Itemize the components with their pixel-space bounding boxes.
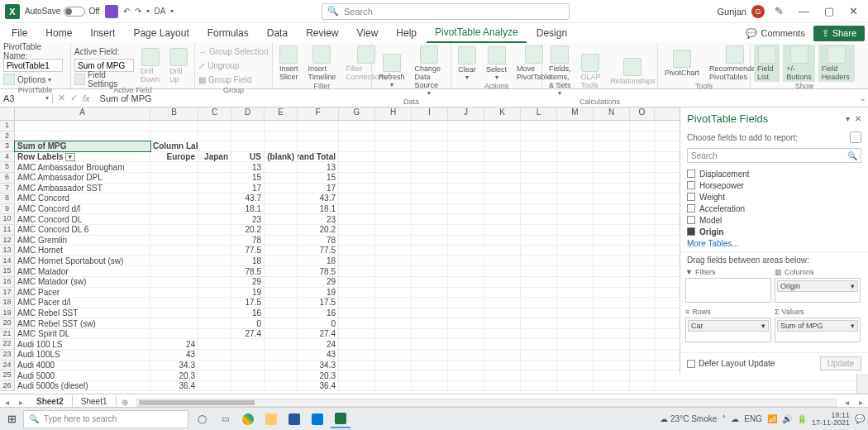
cell-L18[interactable] [521,298,557,308]
cell-B4[interactable]: Europe [150,152,198,162]
cell-H6[interactable] [375,173,412,183]
cell-B16[interactable] [150,277,198,287]
cell-K1[interactable] [484,121,521,131]
cell-K21[interactable] [484,329,521,339]
cell-O2[interactable] [630,131,655,141]
cell-H13[interactable] [375,246,412,256]
cell-I14[interactable] [412,256,448,266]
cell-C24[interactable] [198,361,231,370]
cell-K11[interactable] [484,225,521,235]
cell-N7[interactable] [594,184,630,194]
cell-O14[interactable] [630,256,655,266]
cell-G23[interactable] [339,350,375,360]
cell-O20[interactable] [630,318,655,328]
cell-I16[interactable] [412,277,448,287]
cell-D20[interactable]: 0 [231,318,265,328]
cell-N13[interactable] [594,246,630,256]
cell-J6[interactable] [448,173,484,183]
cell-N4[interactable] [594,152,630,162]
cell-L6[interactable] [521,173,557,183]
account-name[interactable]: Gunjan [718,7,746,17]
cell-N20[interactable] [594,318,630,328]
insert-timeline-button[interactable]: Insert Timeline [308,64,336,81]
cell-B7[interactable] [150,184,198,194]
cell-L8[interactable] [521,194,557,203]
row-header-7[interactable]: 7 [0,184,15,194]
cell-M9[interactable] [557,204,594,214]
columns-dropzone[interactable]: Origin▾ [775,278,861,303]
cell-G15[interactable] [339,266,375,276]
cell-E22[interactable] [265,339,298,349]
cell-H1[interactable] [375,121,412,131]
cell-C19[interactable] [198,308,231,318]
cell-N8[interactable] [594,194,630,203]
row-header-18[interactable]: 18 [0,298,15,308]
cell-J12[interactable] [448,236,484,246]
minimize-icon[interactable]: — [794,5,814,17]
menu-home[interactable]: Home [37,24,80,42]
cell-D22[interactable] [231,339,265,349]
cell-H15[interactable] [375,266,412,276]
cell-B11[interactable] [150,225,198,235]
cell-L3[interactable] [521,141,557,151]
cortana-icon[interactable]: ◯ [192,410,212,428]
cell-L21[interactable] [521,329,557,339]
cell-D17[interactable]: 19 [231,288,265,298]
cell-C22[interactable] [198,339,231,349]
cell-A17[interactable]: AMC Pacer [15,288,150,298]
cell-A5[interactable]: AMC Ambassador Brougham [15,162,150,172]
cell-N9[interactable] [594,204,630,214]
cell-K24[interactable] [484,361,521,370]
gear-icon[interactable] [850,131,861,143]
cell-L24[interactable] [521,361,557,370]
cell-D13[interactable]: 77.5 [231,246,265,256]
cell-D9[interactable]: 18.1 [231,204,265,214]
values-chip[interactable]: Sum of MPG▾ [777,320,858,332]
cell-C5[interactable] [198,162,231,172]
cell-M20[interactable] [557,318,594,328]
row-header-3[interactable]: 3 [0,141,15,152]
cell-C26[interactable] [198,381,231,391]
cell-H9[interactable] [375,204,412,214]
cell-H19[interactable] [375,308,412,318]
cell-D1[interactable] [231,121,265,131]
cell-D2[interactable] [231,131,265,141]
ribbon-mode-icon[interactable]: ✎ [770,5,789,17]
cell-C4[interactable]: Japan [198,152,231,162]
col-header-K[interactable]: K [484,108,521,120]
search-box[interactable]: 🔍 Search [322,3,570,20]
col-header-H[interactable]: H [375,108,412,120]
cell-G9[interactable] [339,204,375,214]
pane-dropdown-icon[interactable]: ▾ [846,114,850,123]
fields-items-button[interactable]: Fields, Items, & Sets [549,64,571,89]
cell-K10[interactable] [484,214,521,224]
horizontal-scrollbar[interactable] [136,399,837,407]
cell-O8[interactable] [630,194,655,203]
cell-B13[interactable] [150,246,198,256]
filters-dropzone[interactable] [685,278,771,303]
cell-J14[interactable] [448,256,484,266]
row-header-15[interactable]: 15 [0,266,15,277]
cell-E13[interactable] [265,246,298,256]
cell-N1[interactable] [594,121,630,131]
cell-K26[interactable] [484,381,521,391]
row-header-9[interactable]: 9 [0,204,15,215]
cell-L12[interactable] [521,236,557,246]
cell-E3[interactable] [265,141,298,151]
cell-M16[interactable] [557,277,594,287]
cell-A20[interactable]: AMC Rebel SST (sw) [15,318,150,328]
cell-O18[interactable] [630,298,655,308]
cell-O1[interactable] [630,121,655,131]
cell-K16[interactable] [484,277,521,287]
cell-C20[interactable] [198,318,231,328]
cell-L20[interactable] [521,318,557,328]
cell-H14[interactable] [375,256,412,266]
cell-L4[interactable] [521,152,557,162]
cell-O17[interactable] [630,288,655,298]
cell-I10[interactable] [412,214,448,224]
cell-G22[interactable] [339,339,375,349]
cell-H18[interactable] [375,298,412,308]
cell-B6[interactable] [150,173,198,183]
cell-I25[interactable] [412,370,448,380]
weather-widget[interactable]: ☁ 23°C Smoke [660,414,717,423]
